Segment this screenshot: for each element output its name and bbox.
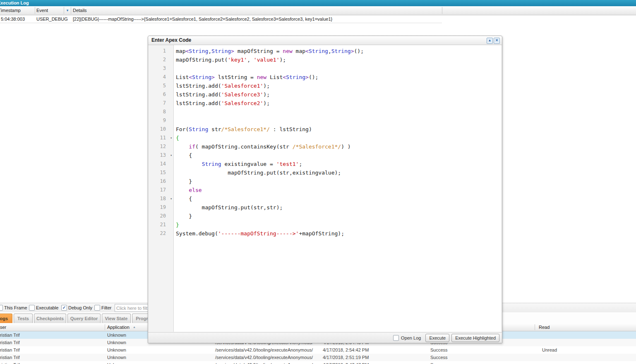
- column-header-user[interactable]: User: [0, 325, 6, 330]
- column-divider[interactable]: [535, 324, 535, 330]
- code-line[interactable]: }: [176, 220, 501, 229]
- code-line[interactable]: {: [176, 134, 501, 142]
- cell-time: 4/17/2018, 2:54:42 PM: [323, 347, 369, 352]
- fold-arrow-icon[interactable]: ▾: [170, 151, 172, 160]
- tab-checkpoints[interactable]: Checkpoints: [34, 314, 66, 323]
- column-divider[interactable]: [64, 7, 64, 14]
- column-divider[interactable]: [71, 7, 71, 14]
- code-token: 'Salesforce1': [221, 83, 264, 89]
- code-token: >: [305, 74, 309, 80]
- code-line[interactable]: lstString.add('Salesforce3');: [176, 90, 501, 99]
- code-token: 'test1': [276, 161, 299, 167]
- table-row[interactable]: Cristian TrifUnknown/services/data/v42.0…: [0, 361, 636, 364]
- code-token: );: [263, 100, 270, 106]
- executable-checkbox[interactable]: [29, 305, 35, 311]
- line-number: 4: [149, 73, 173, 81]
- code-line[interactable]: {: [176, 151, 501, 160]
- column-header-details[interactable]: Details: [73, 8, 87, 13]
- code-line[interactable]: List<String> lstString = new List<String…: [176, 73, 501, 81]
- code-line[interactable]: map<String,String> mapOfString = new map…: [176, 47, 501, 55]
- column-divider[interactable]: [35, 7, 35, 14]
- executable-label[interactable]: Executable: [36, 305, 58, 310]
- tab-logs[interactable]: Logs: [0, 314, 12, 323]
- code-line[interactable]: else: [176, 186, 501, 194]
- tab-query-editor[interactable]: Query Editor: [67, 314, 101, 323]
- close-icon[interactable]: ✕: [494, 38, 500, 44]
- fold-arrow-icon[interactable]: ▾: [170, 194, 172, 203]
- code-token: else: [189, 187, 202, 193]
- column-menu-dropdown-icon[interactable]: ▾: [65, 7, 70, 14]
- code-line[interactable]: if( mapOfString.containsKey(str /*Salesf…: [176, 142, 501, 151]
- filter-label[interactable]: Filter: [101, 305, 111, 310]
- debug-only-label[interactable]: Debug Only: [68, 305, 92, 310]
- code-token: 'value1': [254, 57, 280, 63]
- code-line[interactable]: mapOfString.put(str,str);: [176, 203, 501, 212]
- line-number: 8: [149, 108, 173, 116]
- code-token: String: [286, 74, 305, 80]
- column-header-application[interactable]: Application: [107, 325, 130, 330]
- code-line[interactable]: }: [176, 177, 501, 186]
- execute-highlighted-button[interactable]: Execute Highlighted: [451, 334, 499, 342]
- code-token: 'Salesforce3': [221, 91, 264, 98]
- code-token: map: [293, 48, 305, 54]
- collapse-icon[interactable]: ▲: [487, 38, 493, 44]
- code-token: ( mapOfString.containsKey(str: [195, 144, 293, 150]
- line-number: 3: [149, 64, 173, 73]
- code-lines[interactable]: map<String,String> mapOfString = new map…: [174, 45, 501, 332]
- column-header-timestamp[interactable]: Timestamp: [0, 8, 21, 13]
- apex-code-editor[interactable]: 1234567891011▾1213▾1415161718▾19202122 m…: [149, 45, 501, 332]
- cell-application: Unknown: [107, 347, 126, 352]
- open-log-label[interactable]: Open Log: [401, 335, 421, 340]
- code-token: String: [331, 48, 351, 54]
- cell-user: Cristian Trif: [0, 362, 20, 364]
- dialog-title: Enter Apex Code: [151, 37, 191, 43]
- table-row[interactable]: Cristian TrifUnknown/services/data/v42.0…: [0, 354, 636, 362]
- log-entry-row[interactable]: 5:04:38:003 USER_DEBUG [22]|DEBUG|------…: [0, 15, 442, 23]
- line-number: 16: [149, 177, 173, 186]
- open-log-checkbox[interactable]: [393, 335, 399, 341]
- line-number: 13▾: [149, 151, 173, 160]
- code-line[interactable]: [176, 116, 501, 125]
- code-token: lstString.add(: [176, 83, 221, 89]
- code-line[interactable]: mapOfString.put('key1', 'value1');: [176, 55, 501, 64]
- column-header-event[interactable]: Event: [36, 8, 48, 13]
- this-frame-label[interactable]: This Frame: [4, 305, 27, 310]
- column-divider[interactable]: [105, 324, 105, 330]
- code-line[interactable]: [176, 108, 501, 116]
- code-token: new: [283, 48, 292, 54]
- code-token: List: [266, 74, 283, 80]
- debug-only-checkbox[interactable]: ✓: [61, 305, 67, 311]
- tab-view-state[interactable]: View State: [102, 314, 131, 323]
- code-token: if: [189, 144, 195, 150]
- filter-checkbox[interactable]: [94, 305, 100, 311]
- execution-log-column-header: Timestamp Event ▾ Details: [0, 6, 636, 15]
- editor-gutter: 1234567891011▾1213▾1415161718▾19202122: [149, 45, 174, 332]
- execution-log-title-bar: Execution Log: [0, 0, 636, 6]
- code-token: String: [211, 48, 231, 54]
- code-token: lstString.add(: [176, 100, 221, 106]
- this-frame-checkbox[interactable]: [0, 305, 3, 311]
- column-divider[interactable]: [442, 7, 442, 14]
- code-line[interactable]: mapOfString.put(str,existingvalue);: [176, 168, 501, 177]
- code-token: {: [176, 135, 179, 141]
- column-header-read[interactable]: Read: [539, 325, 550, 330]
- code-line[interactable]: For(String str/*Salesforce1*/ : lstStrin…: [176, 125, 501, 134]
- tab-tests[interactable]: Tests: [14, 314, 33, 323]
- code-line[interactable]: lstString.add('Salesforce2');: [176, 99, 501, 108]
- code-token: ();: [354, 48, 364, 54]
- execute-button[interactable]: Execute: [425, 334, 449, 342]
- cell-user: Cristian Trif: [0, 355, 20, 360]
- code-line[interactable]: System.debug('------mapOfString----->'+m…: [176, 229, 501, 238]
- code-line[interactable]: [176, 64, 501, 73]
- code-line[interactable]: String existingvalue = 'test1';: [176, 160, 501, 168]
- dialog-title-bar[interactable]: Enter Apex Code ▲ ✕: [148, 36, 502, 45]
- line-number: 19: [149, 203, 173, 212]
- code-token: str: [208, 126, 221, 132]
- code-line[interactable]: lstString.add('Salesforce1');: [176, 81, 501, 90]
- fold-arrow-icon[interactable]: ▾: [170, 134, 172, 142]
- code-line[interactable]: {: [176, 194, 501, 203]
- table-row[interactable]: Cristian TrifUnknown/services/data/v42.0…: [0, 346, 636, 354]
- line-number: 21: [149, 220, 173, 229]
- cell-url: /services/data/v42.0/tooling/executeAnon…: [215, 347, 313, 352]
- code-line[interactable]: }: [176, 212, 501, 220]
